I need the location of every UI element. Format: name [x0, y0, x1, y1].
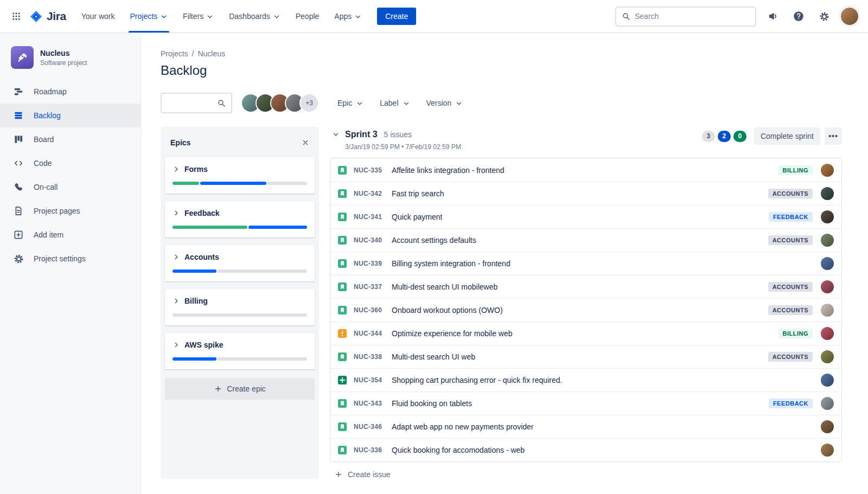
- chevron-right-icon[interactable]: [173, 297, 180, 305]
- assignee-avatar[interactable]: [821, 257, 834, 270]
- issue-key: NUC-339: [354, 260, 386, 267]
- issue-row-nuc-340[interactable]: NUC-340 Account settings defaults ACCOUN…: [330, 228, 841, 252]
- sidebar-item-add-item[interactable]: Add item: [0, 223, 141, 247]
- sidebar-item-on-call[interactable]: On-call: [0, 175, 141, 199]
- issue-row-nuc-346[interactable]: NUC-346 Adapt web app no new payments pr…: [330, 415, 841, 438]
- filter-label: Epic: [337, 99, 352, 107]
- improvement-icon: [338, 376, 347, 384]
- project-type: Software project: [40, 59, 87, 67]
- jira-app: Jira Your work Projects Filters Dashboar…: [0, 0, 868, 494]
- sidebar-item-code[interactable]: Code: [0, 151, 141, 175]
- settings-button[interactable]: [815, 8, 833, 25]
- breadcrumb-project-name[interactable]: Nucleus: [197, 49, 225, 58]
- assignee-avatar[interactable]: [821, 210, 834, 223]
- nav-item-label: People: [296, 12, 320, 21]
- issue-row-nuc-342[interactable]: NUC-342 Fast trip search ACCOUNTS: [330, 182, 841, 205]
- filter-dropdown-version[interactable]: Version: [421, 94, 469, 112]
- assignee-avatar[interactable]: [821, 304, 834, 317]
- global-search[interactable]: [615, 7, 756, 27]
- sidebar-item-roadmap[interactable]: Roadmap: [0, 80, 141, 104]
- assignee-avatar[interactable]: [821, 280, 834, 293]
- project-name: Nucleus: [40, 49, 87, 57]
- create-button[interactable]: Create: [377, 8, 416, 25]
- backlog-search-input[interactable]: [167, 99, 214, 107]
- filter-dropdown-epic[interactable]: Epic: [332, 94, 369, 112]
- issue-summary: Shopping cart purchasing error - quick f…: [392, 376, 562, 384]
- assignee-avatar[interactable]: [821, 187, 834, 200]
- assignee-avatar[interactable]: [821, 350, 834, 363]
- backlog-search[interactable]: [161, 93, 232, 113]
- issue-row-nuc-344[interactable]: NUC-344 Optimize experience for mobile w…: [330, 322, 841, 345]
- issue-summary: Fast trip search: [392, 189, 444, 198]
- chevron-down-icon: [273, 13, 280, 21]
- issue-summary: Optimize experience for mobile web: [392, 329, 513, 338]
- app-switcher-button[interactable]: [8, 8, 25, 25]
- sidebar-item-board[interactable]: Board: [0, 127, 141, 151]
- chevron-right-icon[interactable]: [173, 341, 180, 349]
- sidebar-item-label: Code: [34, 159, 52, 168]
- close-icon: [302, 139, 309, 146]
- assignee-avatar[interactable]: [821, 234, 834, 247]
- on-call-icon: [12, 182, 24, 193]
- nav-item-apps[interactable]: Apps: [327, 0, 369, 33]
- nav-item-your-work[interactable]: Your work: [74, 0, 123, 33]
- issue-row-nuc-338[interactable]: NUC-338 Multi-dest search UI web ACCOUNT…: [330, 345, 841, 368]
- nav-item-projects[interactable]: Projects: [123, 0, 176, 33]
- complete-sprint-button[interactable]: Complete sprint: [754, 127, 820, 145]
- nav-item-filters[interactable]: Filters: [175, 0, 221, 33]
- sprint-more-button[interactable]: •••: [825, 127, 842, 145]
- issue-row-nuc-343[interactable]: NUC-343 Fluid booking on tablets FEEDBAC…: [330, 392, 841, 415]
- profile-avatar[interactable]: [841, 8, 858, 25]
- issue-summary: Quick payment: [392, 213, 442, 221]
- progress-segment: [173, 313, 307, 317]
- assignee-avatar[interactable]: [821, 164, 834, 177]
- issue-summary: Affelite links integration - frontend: [392, 166, 505, 175]
- assignee-avatar[interactable]: [821, 397, 834, 410]
- assignee-avatar[interactable]: [821, 444, 834, 457]
- issue-row-nuc-337[interactable]: NUC-337 Multi-dest search UI mobileweb A…: [330, 275, 841, 298]
- assignee-avatar[interactable]: [821, 327, 834, 340]
- nav-item-people[interactable]: People: [288, 0, 327, 33]
- issue-row-right: ACCOUNTS: [762, 350, 834, 363]
- close-epics-button[interactable]: [298, 136, 312, 150]
- epic-card-accounts[interactable]: Accounts: [165, 245, 315, 281]
- sidebar-item-backlog[interactable]: Backlog: [0, 104, 141, 127]
- chevron-right-icon[interactable]: [173, 209, 180, 217]
- issue-row-nuc-354[interactable]: NUC-354 Shopping cart purchasing error -…: [330, 368, 841, 392]
- assignee-avatar[interactable]: [821, 374, 834, 387]
- issue-row-nuc-336[interactable]: NUC-336 Quick booking for accomodations …: [330, 438, 841, 461]
- issue-row-nuc-335[interactable]: NUC-335 Affelite links integration - fro…: [330, 158, 841, 182]
- global-search-input[interactable]: [635, 12, 750, 21]
- app-switcher-icon: [11, 11, 21, 21]
- story-icon: [338, 422, 347, 431]
- collapse-sprint-button[interactable]: [330, 129, 342, 140]
- nav-item-dashboards[interactable]: Dashboards: [221, 0, 288, 33]
- assignee-avatar[interactable]: [821, 420, 834, 433]
- jira-logo[interactable]: Jira: [29, 10, 66, 23]
- search-icon: [217, 99, 226, 107]
- epic-card-feedback[interactable]: Feedback: [165, 201, 315, 238]
- issue-row-nuc-360[interactable]: NUC-360 Onboard workout options (OWO) AC…: [330, 298, 841, 322]
- announcement-button[interactable]: [764, 8, 782, 25]
- create-issue-button[interactable]: Create issue: [330, 462, 395, 487]
- epic-card-billing[interactable]: Billing: [165, 289, 315, 325]
- progress-segment: [267, 182, 307, 185]
- sidebar-item-project-settings[interactable]: Project settings: [0, 247, 141, 271]
- avatar-overflow[interactable]: +3: [301, 94, 318, 112]
- epic-name-row: AWS spike: [173, 341, 307, 349]
- top-nav-right: [615, 7, 858, 27]
- create-epic-button[interactable]: Create epic: [165, 378, 315, 400]
- filter-dropdown-label[interactable]: Label: [374, 94, 415, 112]
- epic-card-aws-spike[interactable]: AWS spike: [165, 333, 315, 369]
- help-button[interactable]: [790, 8, 807, 25]
- sidebar-item-project-pages[interactable]: Project pages: [0, 199, 141, 223]
- issue-row-nuc-341[interactable]: NUC-341 Quick payment FEEDBACK: [330, 205, 841, 228]
- breadcrumb-projects[interactable]: Projects: [161, 49, 188, 58]
- chevron-right-icon[interactable]: [173, 253, 180, 261]
- epic-progress-bar: [173, 357, 307, 361]
- chevron-right-icon[interactable]: [173, 165, 180, 173]
- top-navigation: Jira Your work Projects Filters Dashboar…: [0, 0, 868, 33]
- body-row: Nucleus Software project Roadmap Backlog…: [0, 33, 868, 494]
- issue-row-nuc-339[interactable]: NUC-339 Billing system integration - fro…: [330, 252, 841, 275]
- epic-card-forms[interactable]: Forms: [165, 157, 315, 194]
